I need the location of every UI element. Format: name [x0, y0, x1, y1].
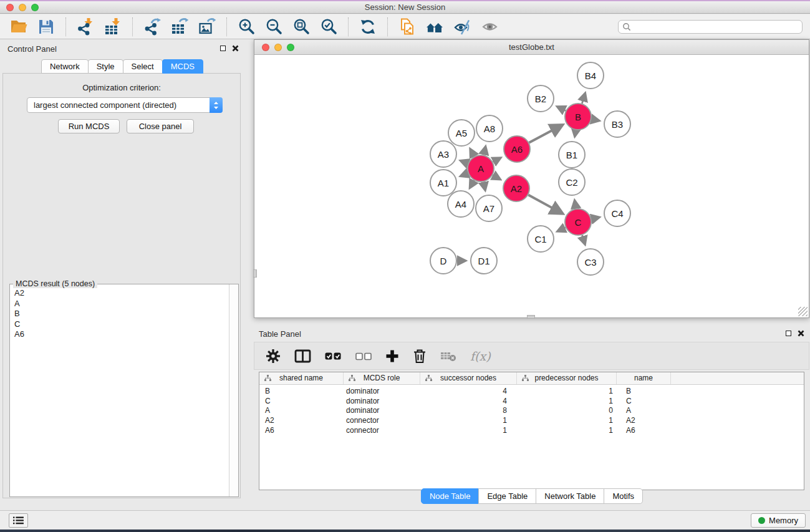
import-network-button[interactable] [73, 16, 98, 37]
table-cell[interactable]: C [259, 397, 344, 407]
graph-node-A6[interactable]: A6 [504, 136, 530, 162]
mcds-result-item[interactable]: A2 [14, 288, 224, 299]
graph-edge-B-B4[interactable] [582, 94, 585, 104]
network-canvas[interactable]: AA1A2A3A4A5A6A7A8BB1B2B3B4CC1C2C3C4DD1 [254, 56, 809, 317]
graph-edge-C-C1[interactable] [558, 228, 566, 231]
graph-edge-A-A2[interactable] [493, 175, 499, 179]
select-all-button[interactable] [325, 351, 342, 362]
zoom-out-button[interactable] [261, 16, 286, 37]
graph-edge-C-C4[interactable] [591, 218, 598, 220]
table-cell[interactable]: A6 [259, 426, 344, 436]
table-row[interactable]: Cdominator41C [259, 397, 804, 407]
cp-tab-select[interactable]: Select [123, 59, 163, 74]
table-cell[interactable]: 1 [420, 426, 517, 436]
cp-tab-mcds[interactable]: MCDS [162, 59, 203, 74]
bottom-splitter-grip[interactable] [527, 315, 535, 319]
cp-tab-network[interactable]: Network [41, 59, 89, 74]
delete-columns-button[interactable] [413, 349, 427, 364]
result-scrollbar[interactable] [229, 284, 238, 496]
graph-node-A5[interactable]: A5 [448, 120, 475, 146]
graph-node-B[interactable]: B [565, 104, 591, 130]
graph-node-A3[interactable]: A3 [430, 141, 456, 167]
table-cell[interactable]: A6 [617, 426, 671, 436]
close-panel-button[interactable] [232, 45, 239, 52]
graph-node-A[interactable]: A [468, 155, 494, 181]
import-table-button[interactable] [100, 16, 125, 37]
run-mcds-button[interactable]: Run MCDS [58, 119, 120, 133]
mcds-result-item[interactable]: B [14, 309, 224, 319]
left-splitter-grip[interactable] [253, 269, 257, 278]
table-row[interactable]: A2connector11A2 [259, 416, 804, 426]
memory-button[interactable]: Memory [751, 513, 806, 528]
export-network-button[interactable] [140, 16, 165, 37]
graph-node-A2[interactable]: A2 [503, 175, 529, 201]
table-row[interactable]: Bdominator41B [259, 387, 804, 397]
column-header-predecessor-nodes[interactable]: predecessor nodes [517, 372, 617, 384]
table-row[interactable]: A6connector11A6 [259, 426, 804, 436]
table-cell[interactable]: 4 [420, 397, 517, 407]
add-column-button[interactable] [385, 349, 399, 363]
close-panel-button-mcds[interactable]: Close panel [127, 119, 194, 133]
graph-edge-A-A5[interactable] [471, 150, 475, 156]
table-cell[interactable]: 4 [420, 387, 517, 397]
toolbar-search-field[interactable] [618, 20, 803, 34]
graph-node-B4[interactable]: B4 [577, 62, 604, 89]
close-table-panel-button[interactable] [798, 330, 804, 337]
table-cell[interactable]: 0 [517, 406, 617, 416]
float-panel-button[interactable] [220, 46, 226, 51]
mcds-result-item[interactable]: C [14, 319, 224, 330]
table-cell[interactable]: 1 [517, 387, 617, 397]
zoom-in-button[interactable] [234, 16, 259, 37]
apply-function-button[interactable]: f(x) [470, 349, 491, 363]
deselect-all-button[interactable] [355, 351, 372, 362]
table-cell[interactable]: 1 [517, 416, 617, 426]
graph-node-C4[interactable]: C4 [604, 200, 630, 226]
search-input[interactable] [634, 21, 802, 32]
graph-edge-A-A7[interactable] [483, 182, 485, 190]
table-cell[interactable]: B [617, 387, 671, 397]
task-history-button[interactable] [9, 513, 28, 528]
graph-node-A1[interactable]: A1 [430, 170, 456, 196]
table-cell[interactable]: dominator [344, 406, 420, 416]
table-cell[interactable]: B [259, 387, 344, 397]
close-window-button[interactable] [6, 4, 14, 11]
clone-network-button[interactable] [395, 16, 420, 37]
graph-edge-A-A4[interactable] [470, 180, 474, 187]
optimization-criterion-select[interactable]: largest connected component (directed) [27, 97, 223, 113]
refresh-view-button[interactable] [355, 16, 380, 37]
minimize-window-button[interactable] [19, 4, 26, 11]
graph-node-B3[interactable]: B3 [604, 111, 630, 137]
graph-node-C[interactable]: C [565, 209, 591, 235]
tp-tab-motifs[interactable]: Motifs [604, 488, 643, 504]
table-cell[interactable]: A2 [259, 416, 344, 426]
tp-tab-network-table[interactable]: Network Table [536, 488, 604, 504]
hide-selected-button[interactable] [450, 16, 475, 37]
graph-edge-C-C3[interactable] [582, 235, 585, 243]
table-cell[interactable]: dominator [344, 387, 420, 397]
graph-edge-B-B3[interactable] [592, 119, 599, 120]
graph-edge-A-A3[interactable] [461, 161, 468, 163]
table-cell[interactable]: 1 [420, 416, 517, 426]
column-header-shared-name[interactable]: shared name [259, 372, 344, 384]
export-image-button[interactable] [195, 16, 219, 37]
float-table-panel-button[interactable] [786, 331, 791, 336]
mcds-result-item[interactable]: A [14, 299, 224, 309]
graph-node-C3[interactable]: C3 [577, 249, 604, 275]
graph-node-A8[interactable]: A8 [476, 115, 503, 142]
table-settings-button[interactable] [266, 349, 281, 364]
show-hidden-button[interactable] [477, 16, 502, 37]
cp-tab-style[interactable]: Style [88, 59, 123, 74]
save-session-button[interactable] [34, 16, 59, 37]
minimize-network-button[interactable] [274, 44, 282, 51]
maximize-window-button[interactable] [31, 4, 39, 11]
column-header-MCDS-role[interactable]: MCDS role [344, 372, 420, 384]
graph-node-D1[interactable]: D1 [471, 248, 497, 274]
graph-edge-A-A8[interactable] [484, 147, 486, 155]
graph-edge-A6-B[interactable] [529, 126, 561, 143]
close-network-button[interactable] [262, 44, 269, 51]
table-cell[interactable]: C [617, 397, 671, 407]
table-cell[interactable]: A [617, 406, 671, 416]
graph-node-A4[interactable]: A4 [448, 191, 474, 217]
graph-node-C2[interactable]: C2 [559, 169, 585, 195]
table-cell[interactable]: connector [344, 416, 420, 426]
